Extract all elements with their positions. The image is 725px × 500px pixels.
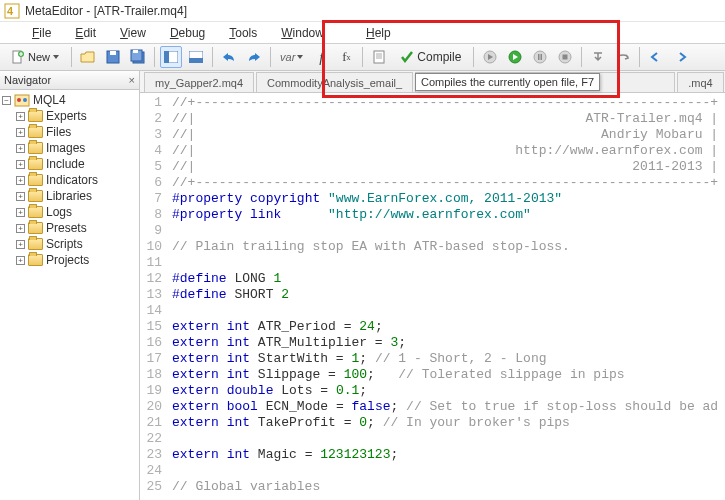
step-over-icon[interactable] [612, 46, 634, 68]
nav-item[interactable]: +Libraries [2, 188, 137, 204]
navigator-title: Navigator [4, 74, 51, 86]
folder-icon [28, 142, 43, 154]
line-gutter: 1 2 3 4 5 6 7 8 9 10 11 12 13 14 15 16 1… [140, 93, 168, 500]
save-all-icon[interactable] [127, 46, 149, 68]
expand-icon[interactable]: + [16, 256, 25, 265]
nav-item[interactable]: +Include [2, 156, 137, 172]
menu-file[interactable]: File [20, 24, 63, 42]
folder-icon [28, 174, 43, 186]
expand-icon[interactable]: + [16, 192, 25, 201]
doc-icon[interactable] [368, 46, 390, 68]
nav-item[interactable]: +Logs [2, 204, 137, 220]
window-title: MetaEditor - [ATR-Trailer.mq4] [25, 4, 187, 18]
folder-icon [28, 206, 43, 218]
panel-bottom-icon[interactable] [185, 46, 207, 68]
mql4-icon [14, 93, 30, 107]
pause-icon[interactable] [529, 46, 551, 68]
tab[interactable]: CommodityAnalysis_email_ [256, 72, 413, 92]
menu-help[interactable]: Help [354, 24, 403, 42]
menu-tools[interactable]: Tools [217, 24, 269, 42]
menu-view[interactable]: View [108, 24, 158, 42]
svg-rect-13 [374, 51, 384, 63]
nav-item[interactable]: +Presets [2, 220, 137, 236]
menu-edit[interactable]: Edit [63, 24, 108, 42]
back-icon[interactable] [645, 46, 667, 68]
folder-icon [28, 190, 43, 202]
svg-rect-10 [164, 51, 169, 63]
svg-rect-5 [110, 51, 116, 55]
tab[interactable]: my_Gapper2.mq4 [144, 72, 254, 92]
nav-root[interactable]: − MQL4 [2, 92, 137, 108]
folder-icon [28, 110, 43, 122]
nav-item[interactable]: +Projects [2, 252, 137, 268]
tooltip: Compiles the currently open file, F7 [415, 73, 600, 91]
nav-item[interactable]: +Indicators [2, 172, 137, 188]
app-icon: 4 [4, 3, 20, 19]
svg-point-20 [17, 98, 21, 102]
run-icon[interactable] [504, 46, 526, 68]
redo-icon[interactable] [243, 46, 265, 68]
nav-item[interactable]: +Scripts [2, 236, 137, 252]
tab[interactable]: .mq4 [677, 72, 723, 92]
expand-icon[interactable]: + [16, 144, 25, 153]
new-button[interactable]: New [4, 46, 66, 68]
fx2-icon[interactable]: fx [335, 46, 357, 68]
undo-icon[interactable] [218, 46, 240, 68]
menu-window[interactable]: Window [269, 24, 336, 42]
folder-icon [28, 126, 43, 138]
stop-icon[interactable] [554, 46, 576, 68]
expand-icon[interactable]: + [16, 224, 25, 233]
save-icon[interactable] [102, 46, 124, 68]
nav-item[interactable]: +Images [2, 140, 137, 156]
nav-item[interactable]: +Files [2, 124, 137, 140]
nav-item[interactable]: +Experts [2, 108, 137, 124]
svg-rect-12 [189, 58, 203, 63]
step-into-icon[interactable] [587, 46, 609, 68]
expand-icon[interactable]: + [16, 160, 25, 169]
svg-point-16 [534, 51, 546, 63]
folder-icon [28, 222, 43, 234]
compile-button[interactable]: Compile [393, 46, 468, 68]
panel-left-icon[interactable] [160, 46, 182, 68]
svg-text:4: 4 [7, 5, 14, 17]
svg-rect-18 [563, 55, 568, 60]
expand-icon[interactable]: + [16, 176, 25, 185]
expand-icon[interactable]: + [16, 112, 25, 121]
folder-icon [28, 238, 43, 250]
collapse-icon[interactable]: − [2, 96, 11, 105]
svg-rect-8 [133, 50, 138, 53]
expand-icon[interactable]: + [16, 240, 25, 249]
code-editor[interactable]: 1 2 3 4 5 6 7 8 9 10 11 12 13 14 15 16 1… [140, 93, 725, 500]
var-label[interactable]: var [276, 46, 307, 68]
open-icon[interactable] [77, 46, 99, 68]
debug-start-icon[interactable] [479, 46, 501, 68]
folder-icon [28, 254, 43, 266]
close-icon[interactable]: × [129, 74, 135, 86]
fx-icon[interactable]: f [310, 46, 332, 68]
forward-icon[interactable] [670, 46, 692, 68]
svg-point-21 [23, 98, 27, 102]
folder-icon [28, 158, 43, 170]
menu-debug[interactable]: Debug [158, 24, 217, 42]
expand-icon[interactable]: + [16, 208, 25, 217]
navigator-panel: Navigator × − MQL4 +Experts+Files+Images… [0, 71, 140, 500]
expand-icon[interactable]: + [16, 128, 25, 137]
